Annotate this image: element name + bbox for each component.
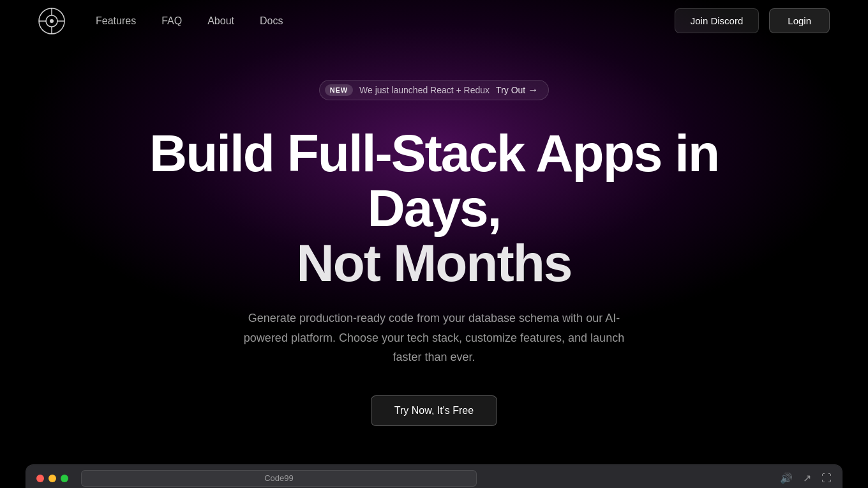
login-button[interactable]: Login (769, 8, 830, 33)
traffic-light-red[interactable] (36, 475, 44, 482)
titlebar-controls: 🔊 ↗ ⛶ (780, 472, 832, 484)
logo-icon[interactable] (38, 8, 65, 34)
nav-links: Features FAQ About Docs (96, 15, 283, 27)
nav-link-about[interactable]: About (207, 15, 234, 27)
hero-heading-line1: Build Full-Stack Apps in Days, (149, 124, 719, 237)
announcement-badge: NEW We just launched React + Redux Try O… (319, 80, 550, 100)
try-now-button[interactable]: Try Now, It's Free (371, 395, 497, 426)
nav-link-docs[interactable]: Docs (260, 15, 283, 27)
svg-point-2 (50, 19, 54, 23)
app-window-wrapper: Code99 🔊 ↗ ⛶ (26, 464, 842, 488)
badge-try-out-link[interactable]: Try Out → (496, 84, 538, 96)
join-discord-button[interactable]: Join Discord (675, 8, 760, 33)
traffic-lights (36, 475, 68, 482)
nav-link-faq[interactable]: FAQ (161, 15, 182, 27)
traffic-light-green[interactable] (61, 475, 68, 482)
navbar: Features FAQ About Docs Join Discord Log… (0, 0, 868, 42)
external-link-icon[interactable]: ↗ (803, 472, 811, 484)
app-window: Code99 🔊 ↗ ⛶ (26, 464, 842, 488)
hero-heading-line2: Not Months (297, 234, 572, 292)
nav-right: Join Discord Login (675, 8, 830, 33)
sound-icon[interactable]: 🔊 (780, 472, 793, 484)
hero-subtext: Generate production-ready code from your… (243, 309, 625, 367)
badge-arrow-icon: → (528, 84, 538, 96)
nav-left: Features FAQ About Docs (38, 8, 283, 34)
fullscreen-icon[interactable]: ⛶ (821, 473, 832, 484)
window-titlebar: Code99 🔊 ↗ ⛶ (26, 465, 842, 488)
url-bar[interactable]: Code99 (81, 470, 477, 487)
traffic-light-yellow[interactable] (49, 475, 56, 482)
badge-text: We just launched React + Redux (359, 85, 490, 95)
hero-section: NEW We just launched React + Redux Try O… (0, 42, 868, 464)
nav-link-features[interactable]: Features (96, 15, 136, 27)
url-bar-text: Code99 (264, 473, 294, 483)
badge-new-label: NEW (325, 84, 353, 96)
hero-heading: Build Full-Stack Apps in Days, Not Month… (115, 126, 753, 291)
